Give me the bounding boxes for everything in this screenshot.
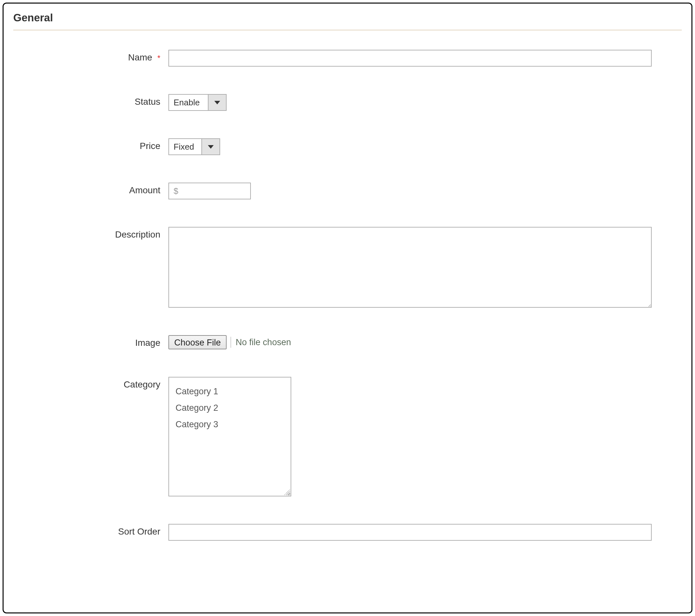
price-select-value: Fixed	[169, 139, 201, 154]
label-status: Status	[13, 94, 168, 107]
label-image: Image	[13, 335, 168, 348]
chevron-down-icon	[208, 145, 214, 149]
label-name-text: Name	[128, 52, 152, 62]
row-image: Image Choose File No file chosen	[13, 335, 682, 349]
label-category: Category	[13, 377, 168, 390]
label-amount: Amount	[13, 183, 168, 195]
control-category: Category 1 Category 2 Category 3	[168, 377, 682, 496]
category-option[interactable]: Category 2	[175, 400, 284, 416]
resize-handle-icon[interactable]	[284, 489, 290, 495]
category-option[interactable]: Category 3	[175, 416, 284, 433]
row-status: Status Enable	[13, 94, 682, 111]
control-sort-order	[168, 524, 682, 541]
row-description: Description	[13, 227, 682, 308]
price-caret	[201, 139, 220, 154]
label-price: Price	[13, 138, 168, 151]
required-icon: *	[157, 54, 160, 62]
label-description: Description	[13, 227, 168, 240]
row-sort-order: Sort Order	[13, 524, 682, 541]
status-select[interactable]: Enable	[168, 94, 226, 111]
file-status-text: No file chosen	[236, 338, 291, 347]
status-select-value: Enable	[169, 95, 208, 110]
sort-order-input[interactable]	[168, 524, 652, 541]
row-price: Price Fixed	[13, 138, 682, 155]
choose-file-button[interactable]: Choose File	[168, 335, 226, 349]
row-name: Name *	[13, 50, 682, 67]
control-status: Enable	[168, 94, 682, 111]
control-amount: $	[168, 183, 682, 200]
status-caret	[208, 95, 226, 110]
row-amount: Amount $	[13, 183, 682, 200]
form-panel: General Name * Status Enable Price Fixed	[3, 3, 692, 613]
price-select[interactable]: Fixed	[168, 138, 220, 155]
name-input[interactable]	[168, 50, 652, 67]
description-textarea[interactable]	[168, 227, 652, 308]
chevron-down-icon	[214, 101, 220, 104]
control-description	[168, 227, 682, 308]
control-image: Choose File No file chosen	[168, 335, 682, 349]
label-name: Name *	[13, 50, 168, 63]
category-option[interactable]: Category 1	[175, 383, 284, 400]
control-price: Fixed	[168, 138, 682, 155]
row-category: Category Category 1 Category 2 Category …	[13, 377, 682, 496]
label-sort-order: Sort Order	[13, 524, 168, 537]
amount-input[interactable]: $	[168, 183, 251, 200]
control-name	[168, 50, 682, 67]
currency-symbol: $	[174, 186, 178, 196]
category-multiselect[interactable]: Category 1 Category 2 Category 3	[168, 377, 291, 496]
section-title: General	[13, 8, 682, 30]
file-separator	[231, 337, 231, 348]
